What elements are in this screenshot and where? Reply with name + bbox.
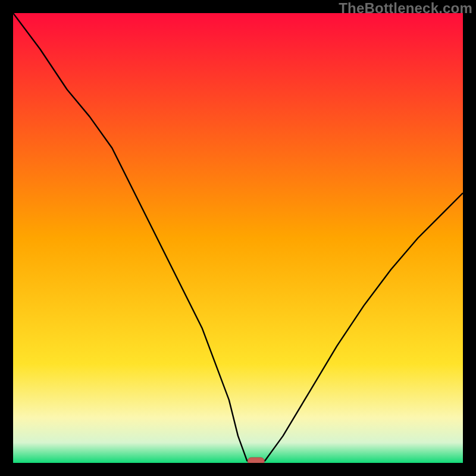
chart-frame: TheBottleneck.com bbox=[0, 0, 476, 476]
chart-plot-area bbox=[13, 13, 463, 463]
chart-svg bbox=[13, 13, 463, 463]
chart-min-marker bbox=[248, 458, 264, 463]
chart-background bbox=[13, 13, 463, 463]
watermark-text: TheBottleneck.com bbox=[339, 0, 472, 17]
